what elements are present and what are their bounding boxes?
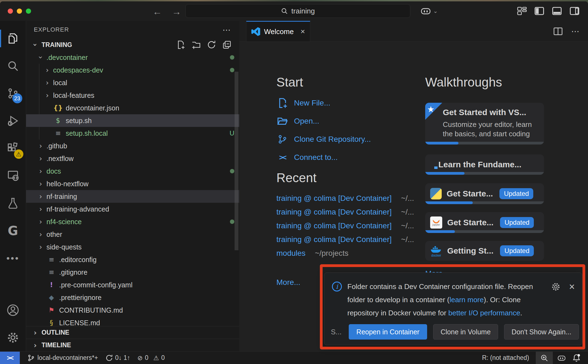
recent-link[interactable]: training @ colima [Dev Container] [276,221,392,230]
command-center-search[interactable]: training [185,4,410,18]
recent-link[interactable]: modules [276,249,306,258]
collapse-folders-icon[interactable] [222,40,232,49]
tree-item[interactable]: ›hello-nextflow [26,177,239,190]
tab-close-icon[interactable]: × [301,27,305,36]
tree-item[interactable]: ›side-quests [26,241,239,253]
dont-show-again-button[interactable]: Don't Show Again... [504,324,579,340]
new-file-link[interactable]: New File... [276,94,371,112]
tree-item[interactable]: ›local-features [26,89,239,102]
tree-item[interactable]: ≡.editorconfig [26,253,239,266]
run-debug-icon[interactable] [0,107,26,135]
walkthrough-card[interactable]: jupyter Get Starte... Updated [425,212,544,233]
walkthrough-card[interactable]: Get Starte... Updated [425,183,544,204]
connect-to-link[interactable]: >< Connect to... [276,148,371,166]
notification-close-icon[interactable]: × [569,281,575,293]
jupyter-logo-icon: jupyter [430,216,442,229]
minimize-window-button[interactable] [17,9,22,14]
settings-gear-icon[interactable] [0,324,26,351]
notifications-bell-icon[interactable] [570,352,582,364]
tree-item[interactable]: ›.github [26,140,239,152]
reopen-in-container-button[interactable]: Reopen in Container [349,324,427,340]
io-performance-link[interactable]: better I/O performance [448,309,520,317]
sidebar-scrollbar[interactable] [235,72,238,250]
branch-status-item[interactable]: local-devcontainers*+ [27,354,98,362]
problems-status-item[interactable]: ⊘ 0 ⚠ 0 [138,354,165,362]
walkthrough-card[interactable]: ★ Get Started with VS... Customize your … [425,103,544,145]
devcontainer-notification: i Folder contains a Dev Container config… [324,273,582,345]
recent-more-link[interactable]: More... [276,278,300,287]
tree-item[interactable]: ›.devcontainer [26,51,239,64]
more-views-icon[interactable]: ••• [0,244,26,272]
split-editor-icon[interactable] [553,26,563,36]
gitlens-icon[interactable]: G [0,217,26,244]
tree-item[interactable]: ≡setup.sh.localU [26,127,239,140]
tree-item-selected[interactable]: $setup.sh [26,114,239,127]
timeline-section-header[interactable]: › TIMELINE [26,339,239,351]
tree-item[interactable]: ≡.gitignore [26,266,239,279]
accounts-icon[interactable] [0,296,26,324]
remote-indicator[interactable]: >< [0,352,20,364]
search-sidebar-icon[interactable] [0,52,26,80]
tree-item[interactable]: ›nf-training-advanced [26,203,239,215]
scm-changes-badge: 23 [12,93,22,103]
file-tree: ›.devcontainer ›codespaces-dev ›local ›l… [26,51,239,326]
tree-item[interactable]: !.pre-commit-config.yaml [26,279,239,291]
tree-item[interactable]: ›docs [26,165,239,177]
fullscreen-window-button[interactable] [26,9,31,14]
open-folder-icon [277,116,288,127]
source-control-icon[interactable]: 23 [0,80,26,107]
back-arrow-icon[interactable]: ← [153,6,162,17]
notification-message: Folder contains a Dev Container configur… [347,280,540,319]
warning-icon: ⚠ [153,354,159,362]
walkthrough-card[interactable]: Learn the Fundame... [425,154,544,175]
tree-item[interactable]: §LICENSE.md [26,316,239,326]
toggle-primary-sidebar-icon[interactable] [534,6,545,16]
tree-item[interactable]: ›other [26,228,239,241]
extensions-icon[interactable]: ⚠ [0,135,26,162]
refresh-icon[interactable] [207,40,216,49]
open-link[interactable]: Open... [276,112,371,130]
outline-section-header[interactable]: › OUTLINE [26,326,239,339]
forward-arrow-icon[interactable]: → [172,6,181,17]
new-folder-icon[interactable] [191,40,201,49]
copilot-menu[interactable]: ⌄ [420,5,438,17]
zoom-status-button[interactable] [536,352,553,364]
r-session-status[interactable]: R: (not attached) [482,354,529,362]
tree-item[interactable]: ◆.prettierignore [26,291,239,304]
tab-welcome[interactable]: Welcome × [246,21,310,41]
editor-more-actions-icon[interactable]: ⋯ [571,26,580,36]
recent-link[interactable]: training @ colima [Dev Container] [276,235,392,244]
folder-section-title: TRAINING [42,41,72,49]
folder-section-header[interactable]: › TRAINING [26,38,239,51]
notification-settings-gear-icon[interactable] [551,282,561,292]
tree-item[interactable]: ›nf4-science [26,215,239,228]
remote-explorer-icon[interactable] [0,162,26,190]
recent-link[interactable]: training @ colima [Dev Container] [276,194,392,203]
tree-item[interactable]: ›codespaces-dev [26,64,239,76]
tree-item[interactable]: ›.nextflow [26,152,239,165]
toggle-panel-icon[interactable] [552,6,562,16]
walkthrough-progress [425,201,544,204]
walkthrough-progress [425,172,544,175]
clone-repo-link[interactable]: Clone Git Repository... [276,130,371,148]
sync-status-item[interactable]: 0↓ 1↑ [105,354,130,362]
clone-in-volume-button[interactable]: Clone in Volume [433,324,498,340]
license-file-icon: § [46,319,56,326]
copilot-status-icon[interactable] [556,352,568,364]
toggle-secondary-sidebar-icon[interactable] [569,6,580,16]
learn-more-link[interactable]: learn more [449,296,483,304]
explorer-more-actions-icon[interactable]: ⋯ [222,25,232,35]
walkthrough-card[interactable]: docker Getting St... Updated [425,241,544,261]
new-file-icon[interactable] [176,40,185,49]
tree-item[interactable]: ⚑CONTRIBUTING.md [26,304,239,316]
tree-item[interactable]: ›nf-training [26,190,239,203]
close-window-button[interactable] [8,9,13,14]
updated-badge: Updated [500,217,534,228]
tree-item[interactable]: ›local [26,76,239,89]
tree-item[interactable]: {}devcontainer.json [26,102,239,114]
recent-link[interactable]: training @ colima [Dev Container] [276,208,392,216]
explorer-icon[interactable] [0,25,26,52]
customize-layout-icon[interactable] [517,6,527,16]
testing-icon[interactable] [0,190,26,217]
git-untracked-badge: U [230,129,234,137]
